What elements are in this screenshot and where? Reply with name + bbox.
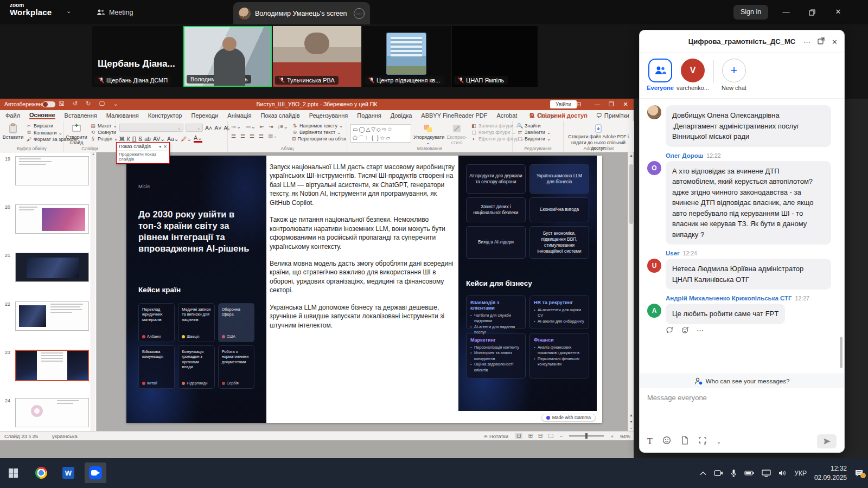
- shadow-icon[interactable]: ab: [144, 136, 151, 142]
- justify-icon[interactable]: ☰: [259, 133, 264, 139]
- tray-speaker-icon[interactable]: [778, 470, 787, 477]
- tray-display-icon[interactable]: [762, 470, 771, 477]
- columns-icon[interactable]: ▦⌄: [268, 133, 278, 139]
- video-tile-active-speaker[interactable]: Володимир Уманець: [183, 26, 272, 87]
- new-chat-button[interactable]: +: [722, 59, 746, 82]
- select-button[interactable]: ⬚Виділити ⌄: [517, 136, 551, 142]
- menu-file[interactable]: Файл: [5, 112, 20, 119]
- chat-messages[interactable]: Довбищук Олена Олександрівна ,Департамен…: [640, 99, 844, 374]
- layout-button[interactable]: ▤Макет ⌄: [90, 123, 118, 129]
- align-center-icon[interactable]: ☰: [240, 133, 245, 139]
- font-color-icon[interactable]: А⌄: [194, 134, 202, 143]
- zoom-slider[interactable]: [569, 435, 604, 436]
- menu-abbyy[interactable]: ABBYY FineReader PDF: [421, 112, 487, 119]
- window-minimize-button[interactable]: —: [777, 4, 795, 20]
- slideshow-view-icon[interactable]: 🖵: [548, 433, 553, 439]
- chat-more-icon[interactable]: ⋯: [803, 38, 810, 46]
- menu-view[interactable]: Подання: [357, 112, 381, 119]
- bold-icon[interactable]: Ж: [119, 136, 125, 142]
- ppt-close-button[interactable]: ✕: [617, 99, 634, 110]
- normal-view-icon[interactable]: ⊡: [515, 433, 522, 439]
- grow-font-icon[interactable]: A˄: [205, 125, 212, 131]
- line-spacing-icon[interactable]: ↕≡⌄: [278, 124, 288, 130]
- reply-icon[interactable]: [666, 326, 674, 336]
- zoom-in-icon[interactable]: +: [610, 433, 614, 439]
- slide-scrollbar[interactable]: ▲ ▲ ▼ ⌄: [628, 152, 634, 431]
- share-button[interactable]: 🖻Спільний доступ: [529, 112, 588, 119]
- language-switcher[interactable]: УКР: [794, 470, 807, 477]
- contact-varchenko[interactable]: V: [681, 59, 705, 82]
- notification-center-icon[interactable]: [854, 469, 864, 477]
- language-indicator[interactable]: українська: [52, 433, 78, 439]
- font-size-combo[interactable]: ⌄: [186, 124, 203, 132]
- emoji-reaction-icon[interactable]: [681, 326, 689, 336]
- slide-sorter-icon[interactable]: ⊞: [528, 433, 532, 439]
- screenshot-icon[interactable]: [698, 436, 707, 447]
- video-tile[interactable]: Тульчинська РВА: [273, 26, 361, 87]
- comments-button[interactable]: 🗩Примітки: [596, 112, 629, 119]
- align-text-button[interactable]: ⊜Вирівняти текст ⌄: [292, 130, 346, 135]
- reading-view-icon[interactable]: ⊟: [538, 433, 542, 439]
- chevron-down-icon[interactable]: ⌄: [66, 8, 71, 15]
- underline-icon[interactable]: П: [132, 136, 137, 142]
- menu-home[interactable]: Основне: [29, 112, 55, 119]
- menu-acrobat[interactable]: Acrobat: [496, 112, 517, 119]
- attach-file-icon[interactable]: [681, 436, 688, 447]
- find-button[interactable]: 🔍Знайти: [517, 123, 551, 129]
- bullets-icon[interactable]: ≔⌄: [231, 124, 241, 130]
- chevron-down-icon[interactable]: ⌄: [717, 439, 721, 445]
- menu-help[interactable]: Довідка: [391, 112, 412, 119]
- slide-thumbnail[interactable]: [15, 253, 89, 282]
- tab-more-icon[interactable]: ⋯: [354, 8, 365, 19]
- popout-icon[interactable]: [818, 37, 825, 46]
- ribbon-options-icon[interactable]: ⊡: [571, 99, 587, 110]
- new-slide-button[interactable]: Створити слайд: [65, 123, 88, 146]
- popup-subtitle[interactable]: Продовжити показ слайдів: [117, 151, 169, 163]
- slide-canvas[interactable]: Місія До 2030 року увійти в топ-3 країни…: [126, 156, 602, 423]
- taskbar-word[interactable]: W: [58, 463, 79, 483]
- arrange-button[interactable]: Упорядкувати ⌄: [413, 123, 443, 146]
- slide-thumbnail[interactable]: [15, 204, 89, 234]
- made-with-gamma-badge[interactable]: Made with Gamma: [541, 414, 596, 421]
- menu-design[interactable]: Конструктор: [148, 112, 182, 119]
- tray-mic-icon[interactable]: [731, 469, 737, 477]
- change-case-icon[interactable]: Aa⌄: [167, 136, 179, 142]
- tray-battery-icon[interactable]: [744, 470, 754, 476]
- font-name-combo[interactable]: ⌄: [119, 124, 183, 132]
- slide-thumbnail[interactable]: [15, 156, 89, 185]
- menu-animations[interactable]: Анімація: [227, 112, 251, 119]
- indent-icon[interactable]: ⇥: [269, 124, 273, 130]
- thumbnail-scrollbar[interactable]: ▲: [91, 152, 95, 431]
- chat-composer[interactable]: [640, 388, 844, 431]
- zoom-percent[interactable]: 94%: [620, 433, 630, 439]
- contact-everyone[interactable]: [648, 59, 672, 82]
- chat-scrollbar[interactable]: [840, 337, 843, 368]
- privacy-bar[interactable]: Who can see your messages?: [640, 374, 844, 388]
- start-button[interactable]: [2, 463, 24, 483]
- align-left-icon[interactable]: ☰: [231, 133, 236, 139]
- taskbar-zoom-active[interactable]: [85, 463, 106, 483]
- sign-in-button[interactable]: Sign in: [733, 5, 768, 20]
- popup-dropdown-icon[interactable]: ▾: [159, 144, 161, 149]
- popup-close-icon[interactable]: ✕: [163, 144, 167, 149]
- highlight-icon[interactable]: 🖉⌄: [181, 136, 192, 142]
- quick-styles-button[interactable]: Експрес-стилі: [444, 123, 470, 146]
- send-button[interactable]: [817, 434, 837, 448]
- menu-transitions[interactable]: Переходи: [191, 112, 218, 119]
- window-restore-button[interactable]: [803, 4, 821, 20]
- zoom-out-icon[interactable]: −: [560, 433, 563, 439]
- section-button[interactable]: §Розділ ⌄: [90, 136, 118, 142]
- replace-button[interactable]: ⇄Замінити ⌄: [517, 130, 551, 135]
- video-tile[interactable]: Центр підвищення кв...: [362, 26, 451, 87]
- message-input[interactable]: [640, 388, 844, 431]
- shrink-font-icon[interactable]: A˅: [214, 125, 221, 131]
- slide-thumbnail-selected[interactable]: [15, 350, 89, 381]
- window-close-button[interactable]: ✕: [829, 4, 847, 20]
- tray-camera-icon[interactable]: [714, 470, 723, 477]
- paste-button[interactable]: Вставити: [1, 123, 25, 140]
- text-direction-button[interactable]: ⇅Напрямок тексту ⌄: [292, 123, 346, 129]
- italic-icon[interactable]: К: [127, 136, 130, 142]
- menu-slideshow[interactable]: Показ слайдів: [261, 112, 300, 119]
- taskbar-clock[interactable]: 12:32 02.09.2025: [814, 464, 847, 481]
- slideshow-popup[interactable]: Показ слайдів▾✕ Продовжити показ слайдів: [116, 142, 170, 164]
